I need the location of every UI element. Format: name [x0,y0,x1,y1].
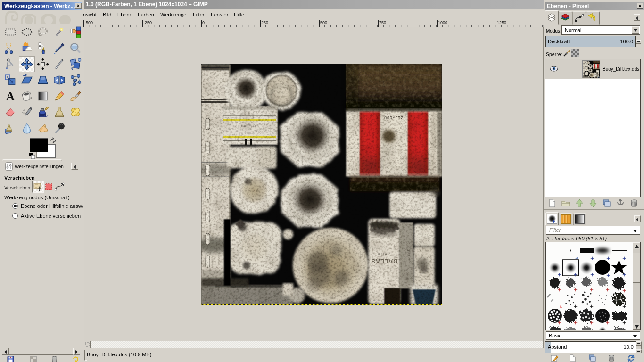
svg-text:A: A [6,90,15,102]
